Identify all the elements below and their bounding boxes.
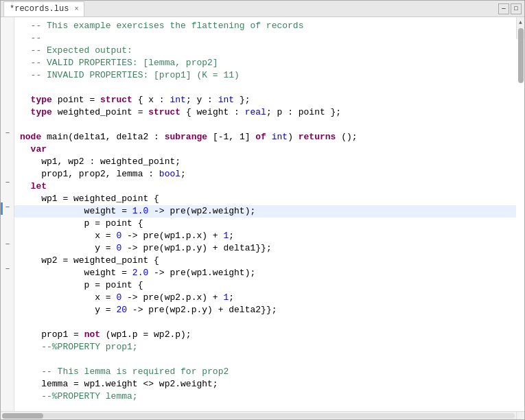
- window-controls: — □: [498, 3, 522, 14]
- vertical-scrollbar[interactable]: ▲ ▼: [516, 17, 524, 39]
- code-line-16: weight = 1.0 -> pre(wp2.weight);: [14, 205, 516, 218]
- file-tab[interactable]: *records.lus ×: [3, 1, 84, 16]
- code-line-25: [20, 316, 511, 329]
- code-line-17: p = point {: [20, 218, 511, 230]
- code-line-6: [20, 82, 511, 94]
- code-line-23: x = 0 -> pre(wp2.p.x) + 1;: [20, 292, 511, 304]
- code-line-15: wp1 = weighted_point {: [20, 193, 511, 205]
- maximize-button[interactable]: □: [511, 3, 522, 14]
- tab-label: *records.lus: [10, 4, 69, 14]
- code-line-29: -- This lemma is required for prop2: [20, 366, 511, 378]
- code-editor[interactable]: -- This example exercises the flattening…: [14, 17, 516, 411]
- code-line-9: [20, 119, 511, 131]
- code-line-14: let: [20, 180, 511, 193]
- code-line-28: [20, 353, 511, 366]
- fold-marker-line17[interactable]: −: [3, 202, 12, 212]
- main-window: *records.lus × — □ − − − − − -- This exa…: [0, 0, 525, 420]
- code-line-27: --%PROPERTY prop1;: [20, 341, 511, 353]
- code-line-32: [20, 403, 511, 411]
- code-line-4: -- VALID PROPERTIES: [lemma, prop2]: [20, 57, 511, 69]
- code-line-11: var: [20, 143, 511, 156]
- left-gutter: − − − − −: [1, 17, 14, 411]
- code-line-21: weight = 2.0 -> pre(wp1.weight);: [20, 267, 511, 279]
- code-line-18: x = 0 -> pre(wp1.p.x) + 1;: [20, 230, 511, 242]
- code-line-2: --: [20, 32, 511, 45]
- editor-area: − − − − − -- This example exercises the …: [1, 17, 524, 411]
- fold-marker-line20[interactable]: −: [3, 240, 12, 249]
- minimize-button[interactable]: —: [498, 3, 509, 14]
- horizontal-scrollbar-track[interactable]: [2, 413, 515, 419]
- scrollbar-corner: [516, 411, 524, 419]
- bottom-bar: [1, 411, 524, 419]
- right-panel: ▲ ▼: [516, 17, 524, 411]
- fold-marker-line22[interactable]: −: [3, 264, 12, 274]
- code-line-22: p = point {: [20, 279, 511, 292]
- code-line-7: type point = struct { x : int; y : int }…: [20, 94, 511, 106]
- code-line-20: wp2 = weighted_point {: [20, 255, 511, 267]
- code-line-12: wp1, wp2 : weighted_point;: [20, 156, 511, 168]
- code-line-30: lemma = wp1.weight <> wp2.weight;: [20, 378, 511, 390]
- fold-marker-line10[interactable]: −: [3, 128, 12, 138]
- scroll-up-arrow[interactable]: ▲: [519, 19, 522, 27]
- fold-marker-line15[interactable]: −: [3, 178, 12, 187]
- tab-close-button[interactable]: ×: [74, 5, 78, 13]
- code-line-31: --%PROPERTY lemma;: [20, 390, 511, 403]
- code-line-8: type weighted_point = struct { weight : …: [20, 106, 511, 119]
- code-line-3: -- Expected output:: [20, 45, 511, 57]
- code-line-13: prop1, prop2, lemma : bool;: [20, 168, 511, 180]
- horizontal-scrollbar-thumb[interactable]: [2, 413, 43, 419]
- code-line-24: y = 20 -> pre(wp2.p.y) + delta2}};: [20, 304, 511, 316]
- scroll-thumb-y[interactable]: [518, 28, 524, 83]
- code-line-19: y = 0 -> pre(wp1.p.y) + delta1}};: [20, 242, 511, 255]
- code-line-26: prop1 = not (wp1.p = wp2.p);: [20, 329, 511, 341]
- code-line-10: node main(delta1, delta2 : subrange [-1,…: [20, 131, 511, 143]
- title-bar: *records.lus × — □: [1, 1, 524, 17]
- code-line-5: -- INVALID PROPERTIES: [prop1] (K = 11): [20, 69, 511, 82]
- code-line-1: -- This example exercises the flattening…: [20, 20, 511, 32]
